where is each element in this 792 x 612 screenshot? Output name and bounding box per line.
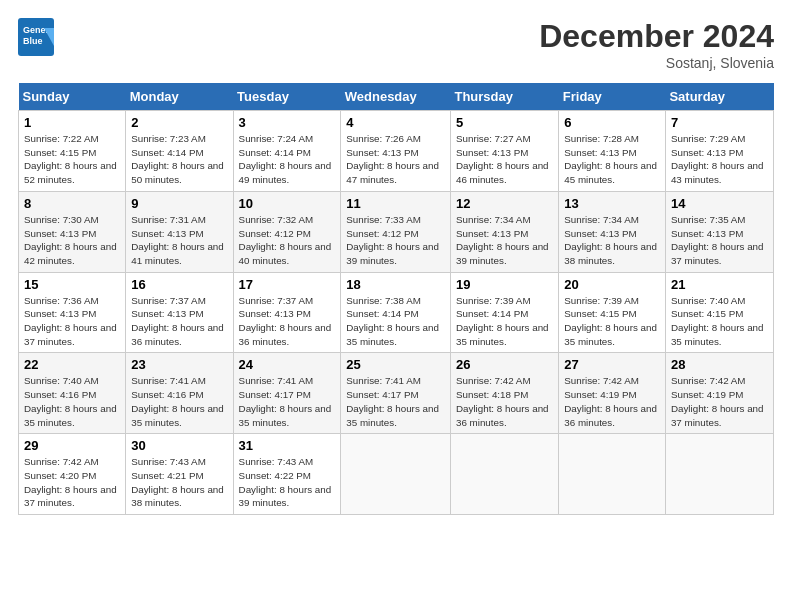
- day-number: 14: [671, 196, 768, 211]
- calendar-cell: 31 Sunrise: 7:43 AMSunset: 4:22 PMDaylig…: [233, 434, 341, 515]
- col-header-wednesday: Wednesday: [341, 83, 451, 111]
- logo: General Blue: [18, 18, 54, 60]
- calendar-cell: 16 Sunrise: 7:37 AMSunset: 4:13 PMDaylig…: [126, 272, 233, 353]
- calendar-cell: 27 Sunrise: 7:42 AMSunset: 4:19 PMDaylig…: [559, 353, 666, 434]
- day-number: 15: [24, 277, 120, 292]
- day-number: 2: [131, 115, 227, 130]
- day-info: Sunrise: 7:37 AMSunset: 4:13 PMDaylight:…: [239, 295, 332, 347]
- day-number: 24: [239, 357, 336, 372]
- day-info: Sunrise: 7:24 AMSunset: 4:14 PMDaylight:…: [239, 133, 332, 185]
- calendar-cell: [450, 434, 558, 515]
- day-number: 25: [346, 357, 445, 372]
- location: Sostanj, Slovenia: [539, 55, 774, 71]
- calendar-cell: 24 Sunrise: 7:41 AMSunset: 4:17 PMDaylig…: [233, 353, 341, 434]
- calendar-cell: 11 Sunrise: 7:33 AMSunset: 4:12 PMDaylig…: [341, 191, 451, 272]
- calendar-cell: 6 Sunrise: 7:28 AMSunset: 4:13 PMDayligh…: [559, 111, 666, 192]
- day-number: 6: [564, 115, 660, 130]
- calendar-cell: 19 Sunrise: 7:39 AMSunset: 4:14 PMDaylig…: [450, 272, 558, 353]
- calendar-header-row: SundayMondayTuesdayWednesdayThursdayFrid…: [19, 83, 774, 111]
- calendar-cell: 17 Sunrise: 7:37 AMSunset: 4:13 PMDaylig…: [233, 272, 341, 353]
- day-info: Sunrise: 7:35 AMSunset: 4:13 PMDaylight:…: [671, 214, 764, 266]
- month-title: December 2024: [539, 18, 774, 55]
- day-number: 3: [239, 115, 336, 130]
- header: General Blue December 2024 Sostanj, Slov…: [18, 18, 774, 71]
- day-number: 8: [24, 196, 120, 211]
- day-info: Sunrise: 7:43 AMSunset: 4:21 PMDaylight:…: [131, 456, 224, 508]
- day-number: 1: [24, 115, 120, 130]
- day-number: 11: [346, 196, 445, 211]
- calendar-cell: 15 Sunrise: 7:36 AMSunset: 4:13 PMDaylig…: [19, 272, 126, 353]
- calendar-cell: 1 Sunrise: 7:22 AMSunset: 4:15 PMDayligh…: [19, 111, 126, 192]
- day-number: 30: [131, 438, 227, 453]
- calendar-cell: 23 Sunrise: 7:41 AMSunset: 4:16 PMDaylig…: [126, 353, 233, 434]
- svg-text:Blue: Blue: [23, 36, 43, 46]
- calendar-cell: [559, 434, 666, 515]
- day-number: 10: [239, 196, 336, 211]
- day-info: Sunrise: 7:30 AMSunset: 4:13 PMDaylight:…: [24, 214, 117, 266]
- day-info: Sunrise: 7:40 AMSunset: 4:15 PMDaylight:…: [671, 295, 764, 347]
- day-info: Sunrise: 7:42 AMSunset: 4:19 PMDaylight:…: [564, 375, 657, 427]
- calendar-cell: 3 Sunrise: 7:24 AMSunset: 4:14 PMDayligh…: [233, 111, 341, 192]
- day-number: 4: [346, 115, 445, 130]
- calendar-week-2: 8 Sunrise: 7:30 AMSunset: 4:13 PMDayligh…: [19, 191, 774, 272]
- day-number: 9: [131, 196, 227, 211]
- day-info: Sunrise: 7:23 AMSunset: 4:14 PMDaylight:…: [131, 133, 224, 185]
- day-number: 19: [456, 277, 553, 292]
- page-container: General Blue December 2024 Sostanj, Slov…: [0, 0, 792, 525]
- day-number: 13: [564, 196, 660, 211]
- title-block: December 2024 Sostanj, Slovenia: [539, 18, 774, 71]
- calendar-cell: 8 Sunrise: 7:30 AMSunset: 4:13 PMDayligh…: [19, 191, 126, 272]
- day-number: 18: [346, 277, 445, 292]
- day-number: 23: [131, 357, 227, 372]
- calendar-cell: 22 Sunrise: 7:40 AMSunset: 4:16 PMDaylig…: [19, 353, 126, 434]
- day-info: Sunrise: 7:32 AMSunset: 4:12 PMDaylight:…: [239, 214, 332, 266]
- day-number: 29: [24, 438, 120, 453]
- calendar-cell: 4 Sunrise: 7:26 AMSunset: 4:13 PMDayligh…: [341, 111, 451, 192]
- calendar-cell: 7 Sunrise: 7:29 AMSunset: 4:13 PMDayligh…: [665, 111, 773, 192]
- calendar-cell: 28 Sunrise: 7:42 AMSunset: 4:19 PMDaylig…: [665, 353, 773, 434]
- calendar-cell: [665, 434, 773, 515]
- day-info: Sunrise: 7:41 AMSunset: 4:16 PMDaylight:…: [131, 375, 224, 427]
- day-number: 31: [239, 438, 336, 453]
- day-info: Sunrise: 7:41 AMSunset: 4:17 PMDaylight:…: [346, 375, 439, 427]
- day-number: 5: [456, 115, 553, 130]
- calendar-cell: 13 Sunrise: 7:34 AMSunset: 4:13 PMDaylig…: [559, 191, 666, 272]
- day-number: 26: [456, 357, 553, 372]
- calendar-cell: 18 Sunrise: 7:38 AMSunset: 4:14 PMDaylig…: [341, 272, 451, 353]
- day-number: 22: [24, 357, 120, 372]
- day-info: Sunrise: 7:34 AMSunset: 4:13 PMDaylight:…: [456, 214, 549, 266]
- calendar-cell: 20 Sunrise: 7:39 AMSunset: 4:15 PMDaylig…: [559, 272, 666, 353]
- day-info: Sunrise: 7:33 AMSunset: 4:12 PMDaylight:…: [346, 214, 439, 266]
- calendar-body: 1 Sunrise: 7:22 AMSunset: 4:15 PMDayligh…: [19, 111, 774, 515]
- logo-icon: General Blue: [18, 18, 54, 56]
- day-info: Sunrise: 7:36 AMSunset: 4:13 PMDaylight:…: [24, 295, 117, 347]
- calendar-week-4: 22 Sunrise: 7:40 AMSunset: 4:16 PMDaylig…: [19, 353, 774, 434]
- day-info: Sunrise: 7:39 AMSunset: 4:14 PMDaylight:…: [456, 295, 549, 347]
- calendar-cell: 26 Sunrise: 7:42 AMSunset: 4:18 PMDaylig…: [450, 353, 558, 434]
- day-info: Sunrise: 7:26 AMSunset: 4:13 PMDaylight:…: [346, 133, 439, 185]
- day-info: Sunrise: 7:42 AMSunset: 4:20 PMDaylight:…: [24, 456, 117, 508]
- day-info: Sunrise: 7:27 AMSunset: 4:13 PMDaylight:…: [456, 133, 549, 185]
- calendar-cell: [341, 434, 451, 515]
- day-info: Sunrise: 7:31 AMSunset: 4:13 PMDaylight:…: [131, 214, 224, 266]
- day-info: Sunrise: 7:29 AMSunset: 4:13 PMDaylight:…: [671, 133, 764, 185]
- calendar-cell: 30 Sunrise: 7:43 AMSunset: 4:21 PMDaylig…: [126, 434, 233, 515]
- col-header-sunday: Sunday: [19, 83, 126, 111]
- day-number: 7: [671, 115, 768, 130]
- day-info: Sunrise: 7:39 AMSunset: 4:15 PMDaylight:…: [564, 295, 657, 347]
- day-number: 28: [671, 357, 768, 372]
- day-info: Sunrise: 7:41 AMSunset: 4:17 PMDaylight:…: [239, 375, 332, 427]
- calendar-cell: 10 Sunrise: 7:32 AMSunset: 4:12 PMDaylig…: [233, 191, 341, 272]
- day-info: Sunrise: 7:40 AMSunset: 4:16 PMDaylight:…: [24, 375, 117, 427]
- calendar-cell: 29 Sunrise: 7:42 AMSunset: 4:20 PMDaylig…: [19, 434, 126, 515]
- day-number: 20: [564, 277, 660, 292]
- col-header-monday: Monday: [126, 83, 233, 111]
- day-info: Sunrise: 7:42 AMSunset: 4:18 PMDaylight:…: [456, 375, 549, 427]
- day-info: Sunrise: 7:28 AMSunset: 4:13 PMDaylight:…: [564, 133, 657, 185]
- calendar-cell: 9 Sunrise: 7:31 AMSunset: 4:13 PMDayligh…: [126, 191, 233, 272]
- day-number: 16: [131, 277, 227, 292]
- day-info: Sunrise: 7:22 AMSunset: 4:15 PMDaylight:…: [24, 133, 117, 185]
- calendar-week-1: 1 Sunrise: 7:22 AMSunset: 4:15 PMDayligh…: [19, 111, 774, 192]
- calendar-cell: 5 Sunrise: 7:27 AMSunset: 4:13 PMDayligh…: [450, 111, 558, 192]
- calendar-cell: 12 Sunrise: 7:34 AMSunset: 4:13 PMDaylig…: [450, 191, 558, 272]
